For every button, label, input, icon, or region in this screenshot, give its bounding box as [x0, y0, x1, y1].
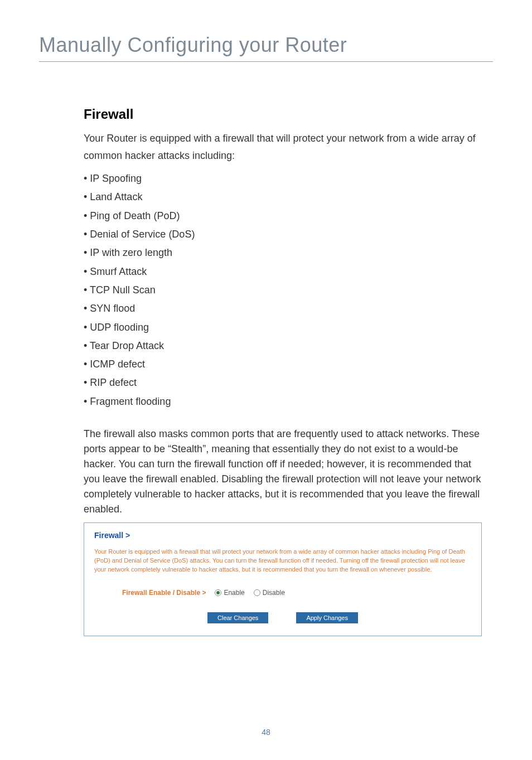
panel-description: Your Router is equipped with a firewall … [94, 548, 471, 574]
panel-title[interactable]: Firewall > [94, 531, 471, 540]
content-area: Firewall Your Router is equipped with a … [39, 107, 493, 636]
disable-radio[interactable]: Disable [254, 589, 285, 597]
radio-icon [215, 589, 221, 596]
enable-radio[interactable]: Enable [215, 589, 244, 597]
apply-changes-button[interactable]: Apply Changes [296, 612, 358, 623]
intro-paragraph: Your Router is equipped with a firewall … [84, 130, 482, 164]
list-item: IP Spoofing [84, 170, 482, 188]
list-item: Tear Drop Attack [84, 337, 482, 355]
list-item: Ping of Death (PoD) [84, 207, 482, 225]
page-number: 48 [0, 728, 532, 737]
list-item: TCP Null Scan [84, 281, 482, 299]
list-item: UDP flooding [84, 318, 482, 337]
enable-radio-label: Enable [224, 589, 244, 597]
page-title: Manually Configuring your Router [39, 33, 493, 62]
list-item: ICMP defect [84, 355, 482, 374]
section-heading-firewall: Firewall [84, 107, 482, 122]
list-item: Smurf Attack [84, 263, 482, 281]
firewall-panel: Firewall > Your Router is equipped with … [84, 522, 482, 636]
list-item: SYN flood [84, 299, 482, 318]
clear-changes-button[interactable]: Clear Changes [207, 612, 268, 623]
firewall-toggle-row: Firewall Enable / Disable > Enable Disab… [94, 589, 471, 597]
firewall-toggle-label: Firewall Enable / Disable > [122, 589, 206, 597]
list-item: IP with zero length [84, 244, 482, 262]
button-row: Clear Changes Apply Changes [94, 612, 471, 623]
list-item: Fragment flooding [84, 393, 482, 411]
radio-icon [254, 589, 260, 596]
list-item: Denial of Service (DoS) [84, 225, 482, 244]
list-item: RIP defect [84, 374, 482, 392]
disable-radio-label: Disable [263, 589, 285, 597]
list-item: Land Attack [84, 188, 482, 206]
body-paragraph: The firewall also masks common ports tha… [84, 427, 482, 517]
attack-list: IP Spoofing Land Attack Ping of Death (P… [84, 170, 482, 411]
